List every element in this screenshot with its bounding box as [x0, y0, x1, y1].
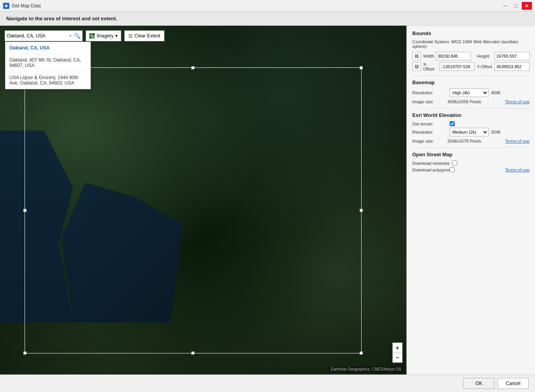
- xoffset-label: X-Offset: [423, 62, 438, 71]
- download-networks-checkbox[interactable]: [452, 161, 457, 166]
- header-instruction: Navigate to the area of interest and set…: [6, 16, 117, 21]
- basemap-resolution-row: Resolution High (4k) Medium (2k) Low (1k…: [412, 88, 530, 97]
- map-container[interactable]: × 🔍 Oakland, CA, USA Oakland, 407 8th St…: [0, 26, 406, 374]
- search-box[interactable]: × 🔍 Oakland, CA, USA Oakland, 407 8th St…: [5, 30, 83, 41]
- coord-system-value: Coordinate System: WGS 1984 Web Mercator…: [412, 39, 530, 49]
- basemap-section-title: Basemap: [412, 79, 530, 85]
- download-networks-label: Download networks: [412, 161, 450, 166]
- content-area: × 🔍 Oakland, CA, USA Oakland, 407 8th St…: [0, 26, 535, 374]
- basemap-image-size-row: Image size 4096x3356 Pixels Terms of use: [412, 99, 530, 104]
- handle-middle-right[interactable]: [360, 209, 363, 212]
- bounds-grid: ⛓ Width Height ⛓ X-Offset Y-Offset: [412, 52, 530, 71]
- map-toolbar: × 🔍 Oakland, CA, USA Oakland, 407 8th St…: [5, 30, 164, 41]
- clear-extent-label: Clear Extent: [134, 33, 160, 39]
- handle-middle-left[interactable]: [23, 209, 26, 212]
- right-panel: Bounds Coordinate System: WGS 1984 Web M…: [406, 26, 535, 374]
- maximize-button[interactable]: □: [511, 2, 521, 10]
- close-button[interactable]: ✕: [522, 2, 532, 10]
- search-result-2[interactable]: Oakland, 407 8th St, Oakland, CA, 94607,…: [5, 54, 90, 72]
- divider-1: [412, 75, 530, 76]
- handle-bottom-right[interactable]: [360, 351, 363, 355]
- elevation-resolution-select[interactable]: Medium (2k) High (4k) Low (1k): [450, 128, 489, 136]
- handle-top-center[interactable]: [191, 66, 194, 69]
- zoom-in-button[interactable]: +: [392, 343, 403, 353]
- download-polygons-row: Download polygons Terms of use: [412, 167, 530, 172]
- basemap-image-size-value: 4096x3356 Pixels: [447, 99, 505, 104]
- yoffset-label: Y-Offset: [477, 64, 492, 69]
- search-submit-button[interactable]: 🔍: [74, 33, 81, 39]
- download-polygons-checkbox[interactable]: [450, 167, 455, 172]
- zoom-controls: + −: [392, 343, 403, 363]
- basemap-terms-link[interactable]: Terms of use: [505, 99, 530, 104]
- basemap-resolution-select[interactable]: High (4k) Medium (2k) Low (1k): [450, 88, 489, 97]
- download-networks-row: Download networks: [412, 161, 530, 166]
- imagery-icon: [89, 33, 95, 39]
- basemap-resolution-label: Resolution: [412, 90, 447, 95]
- link-icon-2[interactable]: ⛓: [412, 62, 421, 71]
- get-terrain-checkbox[interactable]: [450, 121, 455, 126]
- minimize-button[interactable]: ─: [500, 2, 510, 10]
- osm-terms-link[interactable]: Terms of use: [505, 168, 530, 172]
- bottom-bar: OK Cancel: [0, 374, 535, 392]
- main-container: Navigate to the area of interest and set…: [0, 12, 535, 392]
- imagery-button[interactable]: Imagery ▾: [86, 30, 121, 41]
- imagery-dropdown-icon: ▾: [115, 33, 118, 39]
- header-bar: Navigate to the area of interest and set…: [0, 12, 535, 26]
- app-icon: ◈: [3, 3, 9, 9]
- height-input[interactable]: [494, 52, 530, 60]
- download-polygons-label: Download polygons: [412, 168, 450, 172]
- width-input[interactable]: [436, 52, 471, 60]
- osm-section-title: Open Street Map: [412, 152, 530, 157]
- search-result-1[interactable]: Oakland, CA, USA: [5, 42, 90, 54]
- window-controls: ─ □ ✕: [500, 2, 532, 10]
- link-icon-1[interactable]: ⛓: [412, 52, 421, 60]
- title-bar-left: ◈ Get Map Data: [3, 3, 41, 9]
- clear-extent-icon: ⊡: [129, 33, 132, 39]
- handle-top-right[interactable]: [360, 66, 363, 69]
- search-result-3[interactable]: USA Liquor & Grocery, 1944 90th Ave, Oak…: [5, 72, 90, 89]
- ok-button[interactable]: OK: [463, 378, 494, 389]
- map-attribution: Earthstar Geographics, CNES/Airbus DS: [329, 366, 403, 372]
- elevation-terms-link[interactable]: Terms of use: [505, 139, 530, 143]
- height-label: Height: [477, 54, 492, 58]
- title-bar: ◈ Get Map Data ─ □ ✕: [0, 0, 535, 12]
- elevation-image-size-row: Image size 2048x1678 Pixels Terms of use: [412, 139, 530, 143]
- handle-bottom-center[interactable]: [191, 351, 194, 355]
- imagery-label: Imagery: [97, 33, 113, 39]
- width-label: Width: [423, 54, 434, 58]
- extent-rectangle[interactable]: [25, 67, 362, 353]
- zoom-out-button[interactable]: −: [392, 353, 403, 363]
- divider-3: [412, 147, 530, 148]
- bounds-section-title: Bounds: [412, 30, 530, 36]
- get-terrain-label: Get terrain: [412, 122, 447, 126]
- elevation-section-title: Esri World Elevation: [412, 112, 530, 118]
- xoffset-input[interactable]: [440, 62, 475, 71]
- elevation-resolution-value: 2048: [491, 130, 500, 134]
- handle-bottom-left[interactable]: [23, 351, 26, 355]
- search-input[interactable]: [7, 33, 67, 39]
- elevation-resolution-label: Resolution: [412, 130, 447, 134]
- elevation-resolution-row: Resolution Medium (2k) High (4k) Low (1k…: [412, 128, 530, 136]
- divider-2: [412, 108, 530, 108]
- clear-extent-button[interactable]: ⊡ Clear Extent: [124, 30, 164, 41]
- search-clear-button[interactable]: ×: [68, 33, 72, 39]
- yoffset-input[interactable]: [494, 62, 530, 71]
- elevation-image-size-value: 2048x1678 Pixels: [447, 139, 505, 143]
- cancel-button[interactable]: Cancel: [498, 378, 529, 389]
- search-dropdown: Oakland, CA, USA Oakland, 407 8th St, Oa…: [5, 42, 91, 89]
- get-terrain-row: Get terrain: [412, 121, 530, 126]
- basemap-resolution-value: 4096: [491, 90, 500, 95]
- elevation-image-size-label: Image size: [412, 139, 447, 143]
- basemap-image-size-label: Image size: [412, 99, 447, 104]
- window-title: Get Map Data: [12, 3, 41, 9]
